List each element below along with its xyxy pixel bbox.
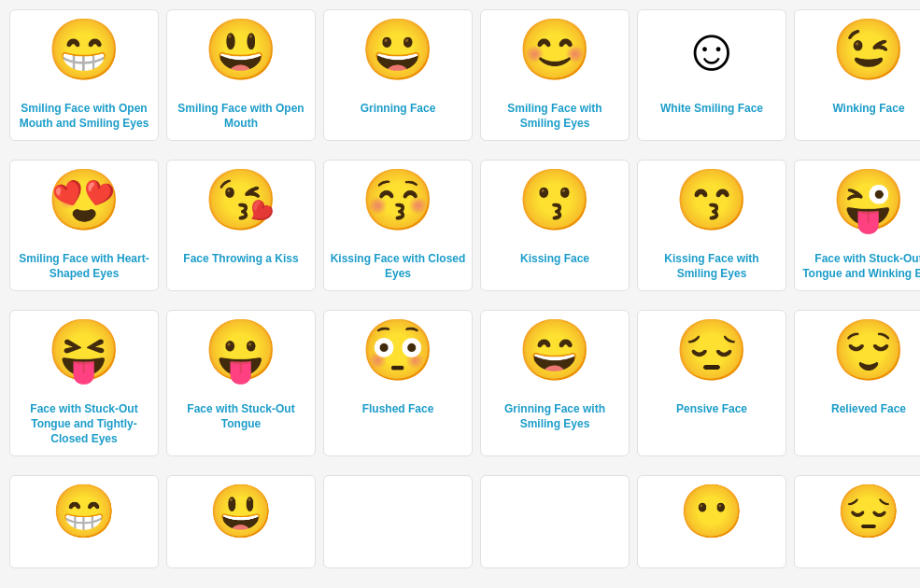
- emoji-card-relieved-face[interactable]: 😌 Relieved Face: [794, 310, 920, 456]
- emoji-kissing-closed-eyes: 😚: [361, 170, 435, 245]
- emoji-card-stuck-tongue[interactable]: 😛 Face with Stuck-Out Tongue: [166, 310, 316, 456]
- row-gap-3: [9, 464, 920, 468]
- emoji-label-kissing-face: Kissing Face: [520, 252, 589, 267]
- emoji-label-grinning-smiling-eyes: Grinning Face with Smiling Eyes: [487, 402, 623, 431]
- emoji-winking-face: 😉: [831, 20, 906, 94]
- emoji-smiling-heart-eyes: 😍: [47, 170, 121, 245]
- row-gap-2: [9, 299, 920, 302]
- emoji-stuck-tongue-winking: 😜: [831, 170, 906, 245]
- emoji-label-kissing-closed-eyes: Kissing Face with Closed Eyes: [330, 252, 466, 281]
- emoji-row4-3: 😶: [679, 485, 744, 551]
- emoji-smiling-open-mouth: 😃: [204, 20, 278, 94]
- emoji-card-pensive-face[interactable]: 😔 Pensive Face: [637, 310, 786, 456]
- emoji-card-stuck-tongue-tightly-closed[interactable]: 😝 Face with Stuck-Out Tongue and Tightly…: [9, 310, 159, 456]
- emoji-label-stuck-tongue-winking: Face with Stuck-Out Tongue and Winking E…: [800, 252, 920, 281]
- emoji-card-smiling-open-mouth-smiling-eyes[interactable]: 😁 Smiling Face with Open Mouth and Smili…: [9, 9, 159, 141]
- emoji-pensive-face: 😔: [674, 320, 749, 395]
- emoji-card-empty-2: [480, 475, 630, 568]
- emoji-card-grinning-face[interactable]: 😀 Grinning Face: [323, 9, 473, 141]
- emoji-label-smiling-open-mouth: Smiling Face with Open Mouth: [173, 102, 309, 131]
- emoji-card-kissing-smiling-eyes[interactable]: 😙 Kissing Face with Smiling Eyes: [637, 160, 786, 291]
- emoji-card-row4-4[interactable]: 😔: [794, 475, 920, 568]
- emoji-label-smiling-open-mouth-smiling-eyes: Smiling Face with Open Mouth and Smiling…: [16, 102, 152, 131]
- emoji-label-smiling-heart-eyes: Smiling Face with Heart-Shaped Eyes: [16, 252, 152, 281]
- emoji-face-throwing-kiss: 😘: [204, 170, 278, 245]
- emoji-card-smiling-heart-eyes[interactable]: 😍 Smiling Face with Heart-Shaped Eyes: [9, 160, 159, 291]
- emoji-grid: 😁 Smiling Face with Open Mouth and Smili…: [9, 9, 911, 568]
- emoji-card-face-throwing-kiss[interactable]: 😘 Face Throwing a Kiss: [166, 160, 316, 291]
- row-gap-1: [9, 148, 920, 152]
- emoji-label-grinning-face: Grinning Face: [361, 102, 436, 117]
- emoji-card-stuck-tongue-winking[interactable]: 😜 Face with Stuck-Out Tongue and Winking…: [794, 160, 920, 291]
- emoji-label-smiling-smiling-eyes: Smiling Face with Smiling Eyes: [487, 102, 623, 131]
- emoji-stuck-tongue-tightly-closed: 😝: [47, 320, 121, 395]
- emoji-label-pensive-face: Pensive Face: [676, 402, 747, 417]
- emoji-row4-1: 😁: [51, 485, 117, 551]
- emoji-card-kissing-closed-eyes[interactable]: 😚 Kissing Face with Closed Eyes: [323, 160, 473, 291]
- emoji-card-flushed-face[interactable]: 😳 Flushed Face: [323, 310, 473, 456]
- emoji-card-row4-1[interactable]: 😁: [9, 475, 159, 568]
- emoji-label-winking-face: Winking Face: [832, 102, 904, 117]
- emoji-card-winking-face[interactable]: 😉 Winking Face: [794, 9, 920, 141]
- emoji-card-smiling-open-mouth[interactable]: 😃 Smiling Face with Open Mouth: [166, 9, 316, 141]
- emoji-card-empty-1: [323, 475, 473, 568]
- emoji-flushed-face: 😳: [361, 320, 435, 395]
- emoji-label-face-throwing-kiss: Face Throwing a Kiss: [183, 252, 298, 267]
- emoji-row4-4: 😔: [836, 485, 901, 551]
- emoji-card-kissing-face[interactable]: 😗 Kissing Face: [480, 160, 630, 291]
- emoji-card-white-smiling-face[interactable]: ☺️ White Smiling Face: [637, 9, 786, 141]
- emoji-label-white-smiling-face: White Smiling Face: [660, 102, 763, 117]
- emoji-relieved-face: 😌: [831, 320, 906, 395]
- emoji-card-row4-3[interactable]: 😶: [637, 475, 786, 568]
- emoji-row4-2: 😃: [208, 485, 274, 551]
- emoji-card-row4-2[interactable]: 😃: [166, 475, 316, 568]
- emoji-card-smiling-smiling-eyes[interactable]: 😊 Smiling Face with Smiling Eyes: [480, 9, 630, 141]
- emoji-stuck-tongue: 😛: [204, 320, 278, 395]
- emoji-grinning-face: 😀: [361, 20, 435, 94]
- emoji-label-stuck-tongue: Face with Stuck-Out Tongue: [173, 402, 309, 431]
- emoji-grinning-smiling-eyes: 😄: [517, 320, 592, 395]
- emoji-kissing-face: 😗: [517, 170, 592, 245]
- emoji-kissing-smiling-eyes: 😙: [674, 170, 749, 245]
- emoji-label-flushed-face: Flushed Face: [362, 402, 434, 417]
- emoji-card-grinning-smiling-eyes[interactable]: 😄 Grinning Face with Smiling Eyes: [480, 310, 630, 456]
- emoji-white-smiling-face: ☺️: [674, 20, 749, 94]
- emoji-label-stuck-tongue-tightly-closed: Face with Stuck-Out Tongue and Tightly-C…: [16, 402, 152, 446]
- emoji-label-kissing-smiling-eyes: Kissing Face with Smiling Eyes: [644, 252, 780, 281]
- emoji-label-relieved-face: Relieved Face: [831, 402, 906, 417]
- emoji-smiling-open-mouth-smiling-eyes: 😁: [47, 20, 121, 94]
- emoji-smiling-smiling-eyes: 😊: [517, 20, 592, 94]
